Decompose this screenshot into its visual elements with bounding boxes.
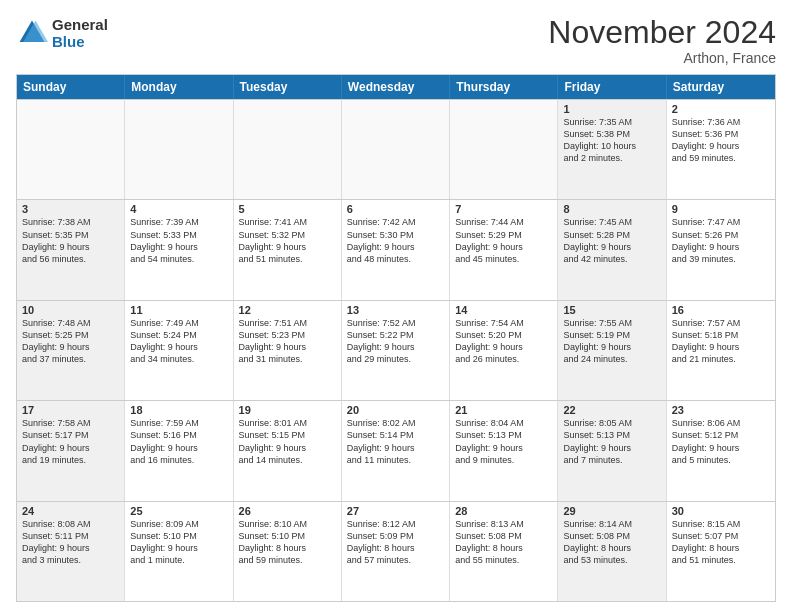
calendar-row-2: 3Sunrise: 7:38 AM Sunset: 5:35 PM Daylig… (17, 199, 775, 299)
page: General Blue November 2024 Arthon, Franc… (0, 0, 792, 612)
day-number: 22 (563, 404, 660, 416)
logo: General Blue (16, 16, 108, 50)
calendar-row-1: 1Sunrise: 7:35 AM Sunset: 5:38 PM Daylig… (17, 99, 775, 199)
calendar-cell: 22Sunrise: 8:05 AM Sunset: 5:13 PM Dayli… (558, 401, 666, 500)
day-number: 30 (672, 505, 770, 517)
day-number: 2 (672, 103, 770, 115)
header-thursday: Thursday (450, 75, 558, 99)
calendar-cell: 28Sunrise: 8:13 AM Sunset: 5:08 PM Dayli… (450, 502, 558, 601)
day-info: Sunrise: 8:15 AM Sunset: 5:07 PM Dayligh… (672, 518, 770, 567)
day-info: Sunrise: 8:04 AM Sunset: 5:13 PM Dayligh… (455, 417, 552, 466)
day-info: Sunrise: 8:10 AM Sunset: 5:10 PM Dayligh… (239, 518, 336, 567)
calendar-cell: 2Sunrise: 7:36 AM Sunset: 5:36 PM Daylig… (667, 100, 775, 199)
day-info: Sunrise: 7:38 AM Sunset: 5:35 PM Dayligh… (22, 216, 119, 265)
day-number: 1 (563, 103, 660, 115)
header-sunday: Sunday (17, 75, 125, 99)
logo-text: General Blue (52, 16, 108, 50)
day-number: 29 (563, 505, 660, 517)
day-info: Sunrise: 7:58 AM Sunset: 5:17 PM Dayligh… (22, 417, 119, 466)
calendar-cell: 8Sunrise: 7:45 AM Sunset: 5:28 PM Daylig… (558, 200, 666, 299)
day-info: Sunrise: 7:39 AM Sunset: 5:33 PM Dayligh… (130, 216, 227, 265)
day-number: 11 (130, 304, 227, 316)
day-number: 4 (130, 203, 227, 215)
day-number: 9 (672, 203, 770, 215)
day-number: 16 (672, 304, 770, 316)
day-info: Sunrise: 7:36 AM Sunset: 5:36 PM Dayligh… (672, 116, 770, 165)
day-number: 12 (239, 304, 336, 316)
calendar-cell: 21Sunrise: 8:04 AM Sunset: 5:13 PM Dayli… (450, 401, 558, 500)
day-info: Sunrise: 7:35 AM Sunset: 5:38 PM Dayligh… (563, 116, 660, 165)
day-number: 23 (672, 404, 770, 416)
day-number: 15 (563, 304, 660, 316)
header-tuesday: Tuesday (234, 75, 342, 99)
calendar-cell (342, 100, 450, 199)
day-info: Sunrise: 7:59 AM Sunset: 5:16 PM Dayligh… (130, 417, 227, 466)
day-info: Sunrise: 7:41 AM Sunset: 5:32 PM Dayligh… (239, 216, 336, 265)
calendar-cell (450, 100, 558, 199)
calendar-cell: 17Sunrise: 7:58 AM Sunset: 5:17 PM Dayli… (17, 401, 125, 500)
day-number: 18 (130, 404, 227, 416)
logo-icon (16, 17, 48, 49)
header-wednesday: Wednesday (342, 75, 450, 99)
day-info: Sunrise: 7:52 AM Sunset: 5:22 PM Dayligh… (347, 317, 444, 366)
day-info: Sunrise: 7:42 AM Sunset: 5:30 PM Dayligh… (347, 216, 444, 265)
calendar-cell: 27Sunrise: 8:12 AM Sunset: 5:09 PM Dayli… (342, 502, 450, 601)
day-info: Sunrise: 8:14 AM Sunset: 5:08 PM Dayligh… (563, 518, 660, 567)
day-number: 24 (22, 505, 119, 517)
day-number: 8 (563, 203, 660, 215)
calendar-cell: 23Sunrise: 8:06 AM Sunset: 5:12 PM Dayli… (667, 401, 775, 500)
calendar-cell: 3Sunrise: 7:38 AM Sunset: 5:35 PM Daylig… (17, 200, 125, 299)
day-number: 17 (22, 404, 119, 416)
calendar-body: 1Sunrise: 7:35 AM Sunset: 5:38 PM Daylig… (17, 99, 775, 601)
calendar-row-3: 10Sunrise: 7:48 AM Sunset: 5:25 PM Dayli… (17, 300, 775, 400)
calendar-cell: 7Sunrise: 7:44 AM Sunset: 5:29 PM Daylig… (450, 200, 558, 299)
day-info: Sunrise: 7:57 AM Sunset: 5:18 PM Dayligh… (672, 317, 770, 366)
day-info: Sunrise: 8:08 AM Sunset: 5:11 PM Dayligh… (22, 518, 119, 567)
day-number: 5 (239, 203, 336, 215)
calendar-cell: 5Sunrise: 7:41 AM Sunset: 5:32 PM Daylig… (234, 200, 342, 299)
day-info: Sunrise: 7:51 AM Sunset: 5:23 PM Dayligh… (239, 317, 336, 366)
day-number: 6 (347, 203, 444, 215)
calendar-cell (125, 100, 233, 199)
day-number: 28 (455, 505, 552, 517)
calendar-cell: 10Sunrise: 7:48 AM Sunset: 5:25 PM Dayli… (17, 301, 125, 400)
calendar-cell: 15Sunrise: 7:55 AM Sunset: 5:19 PM Dayli… (558, 301, 666, 400)
day-number: 7 (455, 203, 552, 215)
day-number: 27 (347, 505, 444, 517)
day-number: 20 (347, 404, 444, 416)
day-info: Sunrise: 8:05 AM Sunset: 5:13 PM Dayligh… (563, 417, 660, 466)
day-info: Sunrise: 8:01 AM Sunset: 5:15 PM Dayligh… (239, 417, 336, 466)
calendar-row-4: 17Sunrise: 7:58 AM Sunset: 5:17 PM Dayli… (17, 400, 775, 500)
calendar-cell: 24Sunrise: 8:08 AM Sunset: 5:11 PM Dayli… (17, 502, 125, 601)
calendar-cell: 20Sunrise: 8:02 AM Sunset: 5:14 PM Dayli… (342, 401, 450, 500)
calendar-cell: 12Sunrise: 7:51 AM Sunset: 5:23 PM Dayli… (234, 301, 342, 400)
calendar-cell (17, 100, 125, 199)
day-number: 25 (130, 505, 227, 517)
day-number: 10 (22, 304, 119, 316)
calendar-cell: 11Sunrise: 7:49 AM Sunset: 5:24 PM Dayli… (125, 301, 233, 400)
calendar-cell: 16Sunrise: 7:57 AM Sunset: 5:18 PM Dayli… (667, 301, 775, 400)
day-info: Sunrise: 8:09 AM Sunset: 5:10 PM Dayligh… (130, 518, 227, 567)
day-info: Sunrise: 7:54 AM Sunset: 5:20 PM Dayligh… (455, 317, 552, 366)
calendar-cell: 29Sunrise: 8:14 AM Sunset: 5:08 PM Dayli… (558, 502, 666, 601)
day-number: 14 (455, 304, 552, 316)
day-info: Sunrise: 8:13 AM Sunset: 5:08 PM Dayligh… (455, 518, 552, 567)
day-number: 13 (347, 304, 444, 316)
calendar-cell: 1Sunrise: 7:35 AM Sunset: 5:38 PM Daylig… (558, 100, 666, 199)
day-info: Sunrise: 7:44 AM Sunset: 5:29 PM Dayligh… (455, 216, 552, 265)
calendar-cell (234, 100, 342, 199)
day-info: Sunrise: 7:49 AM Sunset: 5:24 PM Dayligh… (130, 317, 227, 366)
header-monday: Monday (125, 75, 233, 99)
header-saturday: Saturday (667, 75, 775, 99)
calendar-row-5: 24Sunrise: 8:08 AM Sunset: 5:11 PM Dayli… (17, 501, 775, 601)
calendar-cell: 25Sunrise: 8:09 AM Sunset: 5:10 PM Dayli… (125, 502, 233, 601)
day-number: 19 (239, 404, 336, 416)
day-info: Sunrise: 8:12 AM Sunset: 5:09 PM Dayligh… (347, 518, 444, 567)
day-info: Sunrise: 7:55 AM Sunset: 5:19 PM Dayligh… (563, 317, 660, 366)
day-info: Sunrise: 7:48 AM Sunset: 5:25 PM Dayligh… (22, 317, 119, 366)
calendar-cell: 30Sunrise: 8:15 AM Sunset: 5:07 PM Dayli… (667, 502, 775, 601)
day-number: 26 (239, 505, 336, 517)
day-info: Sunrise: 8:02 AM Sunset: 5:14 PM Dayligh… (347, 417, 444, 466)
calendar-cell: 19Sunrise: 8:01 AM Sunset: 5:15 PM Dayli… (234, 401, 342, 500)
calendar-cell: 14Sunrise: 7:54 AM Sunset: 5:20 PM Dayli… (450, 301, 558, 400)
